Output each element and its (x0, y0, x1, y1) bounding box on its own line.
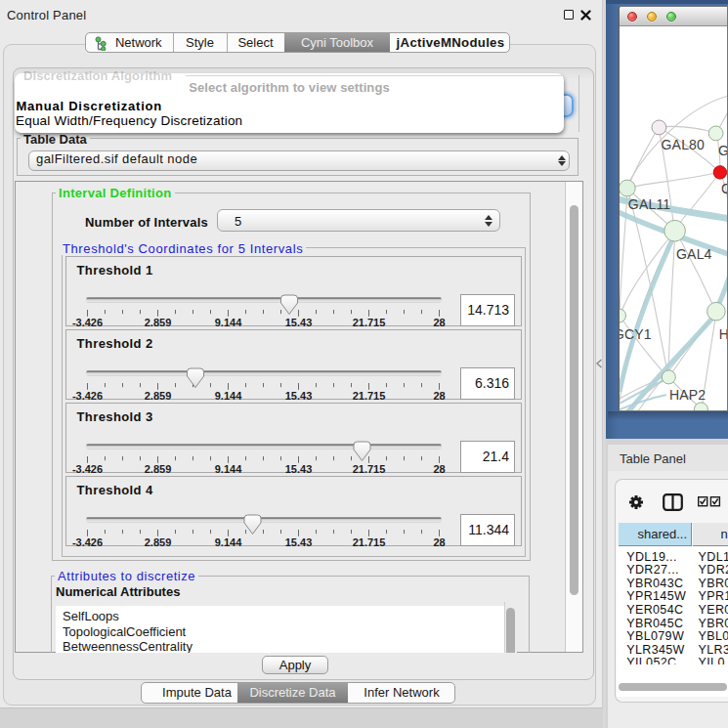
svg-text:2.859: 2.859 (145, 463, 172, 475)
svg-text:15.43: 15.43 (285, 463, 313, 475)
svg-text:GAL11: GAL11 (628, 196, 671, 212)
svg-text:9.144: 9.144 (215, 536, 242, 548)
svg-text:HAP2: HAP2 (669, 387, 706, 403)
svg-text:15.43: 15.43 (285, 536, 313, 548)
svg-text:28: 28 (433, 536, 445, 548)
svg-text:21.715: 21.715 (353, 317, 386, 328)
svg-text:15.43: 15.43 (285, 317, 313, 328)
svg-text:28: 28 (433, 463, 445, 475)
svg-text:2.859: 2.859 (145, 536, 172, 548)
svg-text:GCY1: GCY1 (620, 326, 652, 342)
svg-text:21.715: 21.715 (353, 463, 386, 475)
svg-text:GA: GA (718, 143, 728, 158)
svg-text:21.715: 21.715 (353, 390, 386, 402)
svg-text:28: 28 (433, 317, 445, 328)
svg-text:9.144: 9.144 (215, 390, 242, 402)
svg-text:-3.426: -3.426 (72, 317, 103, 328)
svg-text:9.144: 9.144 (215, 317, 242, 328)
svg-text:21.715: 21.715 (353, 536, 386, 548)
svg-text:C: C (721, 181, 728, 196)
svg-text:15.43: 15.43 (285, 390, 313, 402)
svg-text:GAL4: GAL4 (676, 246, 712, 262)
svg-text:GAL80: GAL80 (662, 137, 706, 152)
svg-text:9.144: 9.144 (215, 463, 242, 475)
svg-text:2.859: 2.859 (145, 390, 172, 402)
svg-text:-3.426: -3.426 (72, 536, 103, 548)
svg-text:-3.426: -3.426 (72, 463, 103, 475)
svg-text:2.859: 2.859 (145, 317, 172, 328)
svg-text:28: 28 (433, 390, 445, 402)
svg-text:H: H (719, 326, 728, 342)
svg-text:-3.426: -3.426 (72, 390, 103, 402)
